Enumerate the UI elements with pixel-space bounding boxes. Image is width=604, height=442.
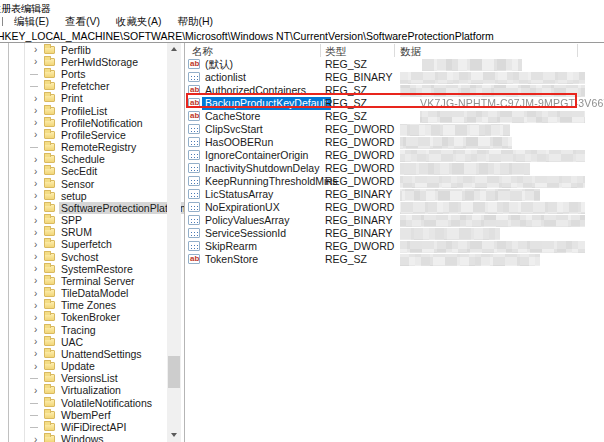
tree-item-label[interactable]: SecEdit: [59, 165, 99, 177]
scrollbar-thumb[interactable]: [168, 356, 180, 388]
tree-item-Perflib[interactable]: ›Perflib: [0, 44, 158, 56]
tree-item-Sensor[interactable]: ›Sensor: [0, 177, 158, 189]
value-name[interactable]: SkipRearm: [202, 240, 260, 253]
tree-item-label[interactable]: TileDataModel: [59, 287, 130, 299]
scroll-up-button[interactable]: [167, 43, 181, 56]
tree-item-label[interactable]: WbemPerf: [59, 409, 113, 421]
column-separator[interactable]: [320, 44, 321, 57]
tree-item-label[interactable]: SystemRestore: [59, 263, 135, 275]
tree-item-Tracing[interactable]: ›Tracing: [0, 324, 158, 336]
tree-item-label[interactable]: SRUM: [59, 226, 94, 238]
expand-chevron-icon[interactable]: ›: [34, 251, 37, 262]
tree-item-label[interactable]: TokenBroker: [59, 311, 122, 323]
tree-item-WiFiDirectAPI[interactable]: WiFiDirectAPI: [0, 421, 158, 433]
expand-chevron-icon[interactable]: ›: [34, 166, 37, 177]
tree-item-label[interactable]: Time Zones: [59, 299, 118, 311]
expand-chevron-icon[interactable]: ›: [34, 129, 37, 140]
registry-value-row[interactable]: ClipSvcStartREG_DWORD: [186, 123, 604, 136]
expand-chevron-icon[interactable]: ›: [34, 385, 37, 396]
registry-value-row[interactable]: CacheStoreREG_SZ: [186, 110, 604, 123]
tree-item-SecEdit[interactable]: ›SecEdit: [0, 165, 158, 177]
tree-item-label[interactable]: Terminal Server: [59, 275, 137, 287]
tree-item-Ports[interactable]: Ports: [0, 68, 158, 80]
tree-item-WbemPerf[interactable]: WbemPerf: [0, 409, 158, 421]
tree-item-label[interactable]: Svchost: [59, 251, 100, 263]
expand-chevron-icon[interactable]: ›: [34, 56, 37, 67]
tree-item-Update[interactable]: ›Update: [0, 360, 158, 372]
expand-chevron-icon[interactable]: ›: [34, 324, 37, 335]
menu-item-2[interactable]: 收藏夹(A): [108, 15, 170, 29]
column-separator[interactable]: [394, 44, 395, 57]
tree-item-label[interactable]: VolatileNotifications: [59, 397, 154, 409]
tree-item-Prefetcher[interactable]: Prefetcher: [0, 80, 158, 92]
value-name[interactable]: (默认): [202, 58, 236, 71]
expand-chevron-icon[interactable]: ›: [34, 312, 37, 323]
tree-item-label[interactable]: Update: [59, 360, 97, 372]
tree-item-label[interactable]: Tracing: [59, 324, 98, 336]
tree-item-Terminal Server[interactable]: ›Terminal Server: [0, 275, 158, 287]
tree-item-label[interactable]: setup: [59, 190, 89, 202]
expand-chevron-icon[interactable]: ›: [34, 93, 37, 104]
address-bar[interactable]: HKEY_LOCAL_MACHINE\SOFTWARE\Microsoft\Wi…: [0, 29, 604, 43]
expand-chevron-icon[interactable]: ›: [34, 215, 37, 226]
column-header-type[interactable]: 类型: [325, 45, 346, 59]
tree-item-label[interactable]: VersionsList: [59, 372, 120, 384]
value-name[interactable]: LicStatusArray: [202, 188, 276, 201]
tree-item-Virtualization[interactable]: ›Virtualization: [0, 384, 158, 396]
value-name[interactable]: NoExpirationUX: [202, 201, 283, 214]
tree-item-Windows[interactable]: ›Windows: [0, 433, 158, 442]
tree-item-RemoteRegistry[interactable]: RemoteRegistry: [0, 141, 158, 153]
expand-chevron-icon[interactable]: ›: [34, 154, 37, 165]
value-name[interactable]: PolicyValuesArray: [202, 214, 292, 227]
tree-item-Superfetch[interactable]: ›Superfetch: [0, 238, 158, 250]
tree-item-ProfileNotification[interactable]: ›ProfileNotification: [0, 117, 158, 129]
expand-chevron-icon[interactable]: ›: [34, 275, 37, 286]
tree-item-SoftwareProtectionPlatform[interactable]: ›SoftwareProtectionPlatform: [0, 202, 158, 214]
tree-item-label[interactable]: Ports: [59, 68, 88, 80]
tree-item-label[interactable]: WiFiDirectAPI: [59, 421, 128, 433]
tree-item-ProfileList[interactable]: ›ProfileList: [0, 104, 158, 116]
expand-chevron-icon[interactable]: ›: [34, 117, 37, 128]
registry-value-row[interactable]: NoExpirationUXREG_DWORD: [186, 201, 604, 214]
registry-value-row[interactable]: SkipRearmREG_DWORD: [186, 240, 604, 253]
expand-chevron-icon[interactable]: ›: [34, 44, 37, 55]
tree-item-ProfileService[interactable]: ›ProfileService: [0, 129, 158, 141]
tree-item-label[interactable]: Windows: [59, 433, 106, 442]
tree-item-label[interactable]: Schedule: [59, 153, 107, 165]
expand-chevron-icon[interactable]: ›: [34, 190, 37, 201]
expand-chevron-icon[interactable]: ›: [34, 202, 37, 213]
tree-item-label[interactable]: ProfileList: [59, 105, 109, 117]
registry-value-row[interactable]: InactivityShutdownDelayREG_DWORD: [186, 162, 604, 175]
registry-value-row[interactable]: actionlistREG_BINARY: [186, 71, 604, 84]
tree-item-label[interactable]: Perflib: [59, 44, 93, 56]
tree-item-SystemRestore[interactable]: ›SystemRestore: [0, 263, 158, 275]
value-name[interactable]: ClipSvcStart: [202, 123, 266, 136]
tree-item-label[interactable]: PerHwIdStorage: [59, 56, 140, 68]
value-name[interactable]: IgnoreContainerOrigin: [202, 149, 311, 162]
expand-chevron-icon[interactable]: ›: [34, 178, 37, 189]
tree-item-Svchost[interactable]: ›Svchost: [0, 250, 158, 262]
expand-chevron-icon[interactable]: ›: [34, 288, 37, 299]
tree-item-TokenBroker[interactable]: ›TokenBroker: [0, 311, 158, 323]
expand-chevron-icon[interactable]: ›: [34, 361, 37, 372]
registry-value-row[interactable]: AuthorizedContainersREG_SZ: [186, 84, 604, 97]
value-name[interactable]: BackupProductKeyDefault: [202, 97, 331, 110]
tree-item-Time Zones[interactable]: ›Time Zones: [0, 299, 158, 311]
registry-value-row[interactable]: BackupProductKeyDefaultREG_SZVK7JG-NPHTM…: [186, 97, 604, 110]
registry-value-row[interactable]: KeepRunningThresholdMinsREG_DWORD: [186, 175, 604, 188]
expand-chevron-icon[interactable]: ›: [34, 105, 37, 116]
tree-item-setup[interactable]: ›setup: [0, 190, 158, 202]
registry-value-row[interactable]: LicStatusArrayREG_BINARY: [186, 188, 604, 201]
tree-item-label[interactable]: RemoteRegistry: [59, 141, 138, 153]
value-name[interactable]: TokenStore: [202, 253, 261, 266]
tree-item-label[interactable]: ProfileNotification: [59, 117, 145, 129]
expand-chevron-icon[interactable]: ›: [34, 300, 37, 311]
expand-chevron-icon[interactable]: ›: [34, 434, 37, 442]
expand-chevron-icon[interactable]: ›: [34, 336, 37, 347]
tree-item-label[interactable]: Virtualization: [59, 384, 123, 396]
value-name[interactable]: InactivityShutdownDelay: [202, 162, 322, 175]
tree-item-VersionsList[interactable]: VersionsList: [0, 372, 158, 384]
menu-item-3[interactable]: 帮助(H): [170, 15, 222, 29]
value-name[interactable]: CacheStore: [202, 110, 263, 123]
value-name[interactable]: AuthorizedContainers: [202, 84, 309, 97]
